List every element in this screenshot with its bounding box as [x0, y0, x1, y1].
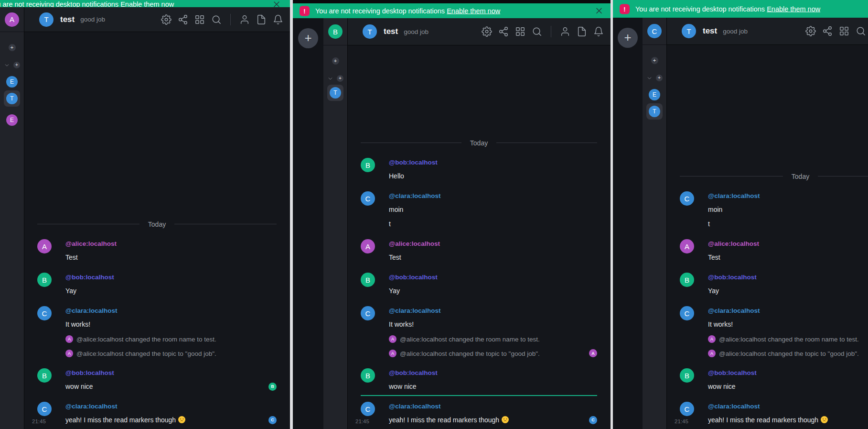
sender-name[interactable]: @clara:localhost: [389, 306, 597, 315]
add-room-button[interactable]: +: [332, 57, 339, 65]
collapse-section-button[interactable]: [4, 62, 10, 68]
message-text: t: [708, 220, 710, 228]
files-button[interactable]: [577, 26, 587, 37]
search-button[interactable]: [532, 26, 542, 37]
sender-name[interactable]: @bob:localhost: [708, 368, 868, 377]
add-room-small-button[interactable]: +: [656, 75, 663, 81]
sender-name[interactable]: @alice:localhost: [65, 239, 277, 248]
room-list-item[interactable]: E: [6, 114, 18, 126]
avatar-gutter: B: [37, 368, 65, 391]
notifications-button[interactable]: [593, 26, 604, 37]
timeline-content: TodayC@clara:localhostmointA@alice:local…: [680, 172, 868, 429]
sender-name[interactable]: @clara:localhost: [708, 306, 868, 315]
sender-name[interactable]: @bob:localhost: [65, 273, 277, 282]
room-topic: good job: [404, 28, 429, 35]
sender-avatar: B: [361, 368, 375, 383]
notifications-button[interactable]: [273, 14, 283, 25]
banner-close-button[interactable]: [272, 0, 281, 7]
message-content: @clara:localhostmoint: [389, 191, 597, 229]
share-button[interactable]: [178, 14, 188, 25]
sender-name[interactable]: @clara:localhost: [708, 191, 868, 200]
avatar-gutter: B: [680, 368, 708, 391]
message-body: wow niceB: [65, 382, 277, 391]
room-list-item-selected[interactable]: T: [646, 103, 663, 120]
state-event: A@alice:localhost changed the room name …: [389, 335, 597, 343]
collapse-section-button[interactable]: [327, 76, 333, 82]
message-content: @clara:localhostIt works!A@alice:localho…: [65, 306, 277, 358]
share-button[interactable]: [822, 26, 833, 36]
message-group: A@alice:localhostTest: [680, 239, 868, 262]
grid-button[interactable]: [194, 14, 205, 25]
grid-button[interactable]: [515, 26, 525, 37]
chevron-icon: [646, 75, 653, 81]
sender-avatar: A: [680, 239, 694, 253]
files-button[interactable]: [256, 14, 267, 25]
room-list-item-selected[interactable]: T: [327, 85, 343, 101]
sender-name[interactable]: @clara:localhost: [389, 191, 597, 200]
divider-line: [496, 143, 597, 143]
sender-name[interactable]: @clara:localhost: [65, 402, 277, 411]
search-button[interactable]: [856, 26, 866, 36]
state-event: A@alice:localhost changed the topic to "…: [708, 349, 868, 358]
message-group: B@bob:localhostYay: [361, 273, 597, 296]
add-room-small-button[interactable]: +: [13, 62, 20, 68]
warning-icon: !: [620, 4, 630, 14]
files-icon: [577, 26, 587, 37]
read-marker-line: [361, 395, 597, 396]
sender-name[interactable]: @bob:localhost: [389, 158, 597, 167]
room-list-item-selected[interactable]: T: [4, 90, 20, 107]
message-timeline[interactable]: TodayC@clara:localhostmointA@alice:local…: [667, 44, 868, 429]
sender-name[interactable]: @bob:localhost: [65, 368, 277, 377]
sender-name[interactable]: @bob:localhost: [389, 273, 597, 282]
grid-button[interactable]: [839, 26, 849, 36]
settings-button[interactable]: [805, 26, 816, 36]
settings-button[interactable]: [161, 14, 171, 25]
add-session-button[interactable]: +: [618, 28, 638, 48]
message-body: Yay: [389, 286, 597, 296]
collapse-section-button[interactable]: [646, 75, 653, 81]
date-divider: Today: [680, 172, 868, 181]
header-divider: [230, 14, 231, 25]
add-room-small-button[interactable]: +: [337, 75, 343, 82]
room-list-item[interactable]: E: [6, 76, 18, 88]
avatar-gutter: B: [361, 273, 389, 296]
enable-notifications-link[interactable]: Enable them now: [120, 0, 174, 8]
room-avatar: T: [330, 87, 341, 99]
sender-name[interactable]: @clara:localhost: [708, 402, 868, 411]
sender-name[interactable]: @alice:localhost: [389, 239, 597, 248]
message-body: Yay: [708, 286, 868, 296]
client-window: !You are not receiving desktop notificat…: [613, 0, 868, 429]
sender-name[interactable]: @clara:localhost: [389, 402, 597, 411]
message-body: t: [389, 220, 597, 229]
add-room-button[interactable]: +: [651, 57, 658, 64]
search-button[interactable]: [211, 14, 222, 25]
state-event-text: @alice:localhost changed the topic to "g…: [719, 350, 859, 357]
add-room-button[interactable]: +: [9, 44, 16, 51]
banner-text: You are not receiving desktop notificati…: [315, 7, 500, 15]
people-button[interactable]: [239, 14, 250, 25]
session-column: +: [613, 18, 643, 429]
sender-name[interactable]: @clara:localhost: [65, 306, 277, 315]
share-button[interactable]: [498, 26, 509, 37]
room-list-item[interactable]: E: [649, 89, 660, 100]
message-text: wow nice: [389, 383, 417, 390]
people-button[interactable]: [560, 26, 570, 37]
session-avatar-row: B: [323, 18, 347, 45]
enable-notifications-link[interactable]: Enable them now: [767, 5, 820, 13]
message-body: t: [708, 220, 868, 229]
sender-name[interactable]: @bob:localhost: [708, 273, 868, 282]
settings-button[interactable]: [482, 26, 492, 37]
grid-icon: [515, 26, 525, 37]
sender-name[interactable]: @bob:localhost: [389, 368, 597, 377]
add-session-button[interactable]: +: [298, 28, 318, 48]
enable-notifications-link[interactable]: Enable them now: [447, 7, 500, 15]
sender-avatar: C: [37, 402, 52, 416]
message-timeline[interactable]: TodayA@alice:localhostTestB@bob:localhos…: [24, 32, 290, 429]
room-avatar: T: [649, 106, 660, 117]
sender-name[interactable]: @alice:localhost: [708, 239, 868, 248]
message-content: @bob:localhostHello: [389, 158, 597, 181]
timeline-content: TodayB@bob:localhostHelloC@clara:localho…: [361, 138, 597, 429]
banner-close-button[interactable]: [594, 6, 604, 16]
message-timeline[interactable]: TodayB@bob:localhostHelloC@clara:localho…: [348, 45, 611, 429]
state-event-text: @alice:localhost changed the room name t…: [719, 336, 859, 343]
